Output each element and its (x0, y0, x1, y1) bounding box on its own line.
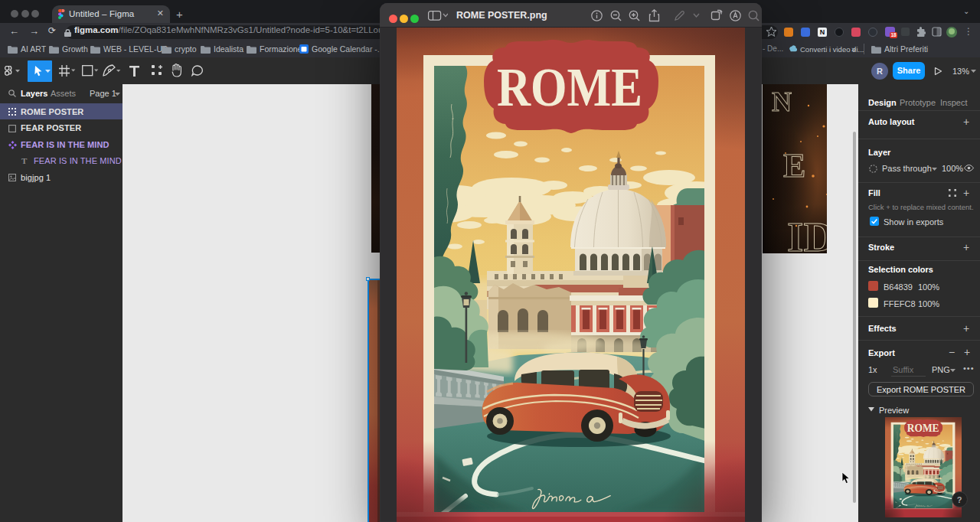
svg-text:E: E (783, 147, 805, 184)
svg-text:ID: ID (787, 214, 827, 253)
svg-text:N: N (772, 86, 792, 117)
